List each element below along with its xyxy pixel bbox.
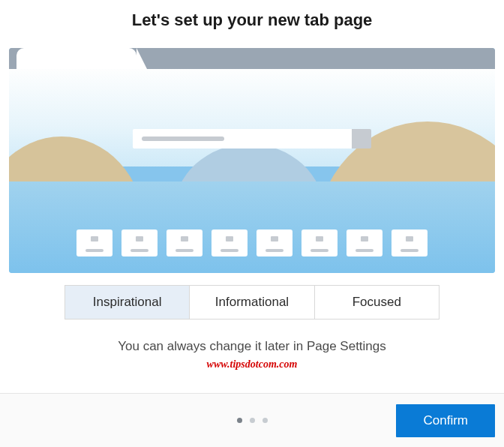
- layout-options: Inspirational Informational Focused: [64, 285, 440, 320]
- step-dot-1: [237, 418, 242, 423]
- preview-tab: [16, 48, 136, 69]
- preview-search-button: [352, 129, 371, 148]
- confirm-button[interactable]: Confirm: [396, 404, 495, 437]
- option-focused[interactable]: Focused: [314, 286, 439, 319]
- preview-tile: [166, 230, 202, 256]
- preview-tiles: [76, 230, 428, 256]
- preview-tile: [76, 230, 112, 256]
- preview-tile: [122, 230, 158, 256]
- step-indicator: [237, 418, 268, 423]
- preview-tile: [212, 230, 248, 256]
- step-dot-3: [262, 418, 268, 423]
- preview-content: [9, 69, 495, 273]
- layout-preview: [9, 48, 495, 273]
- preview-tile: [346, 230, 382, 256]
- preview-searchbar: [133, 129, 371, 148]
- option-informational[interactable]: Informational: [189, 286, 314, 319]
- preview-tile: [302, 230, 338, 256]
- hint-text: You can always change it later in Page S…: [0, 339, 504, 354]
- preview-tile: [256, 230, 292, 256]
- footer: Confirm: [0, 393, 504, 447]
- step-dot-2: [250, 418, 255, 423]
- option-inspirational[interactable]: Inspirational: [65, 286, 189, 319]
- watermark: www.tipsdotcom.com: [0, 358, 504, 370]
- page-title: Let's set up your new tab page: [0, 0, 504, 48]
- preview-tile: [392, 230, 428, 256]
- preview-search-field: [133, 129, 352, 148]
- preview-water: [9, 182, 495, 273]
